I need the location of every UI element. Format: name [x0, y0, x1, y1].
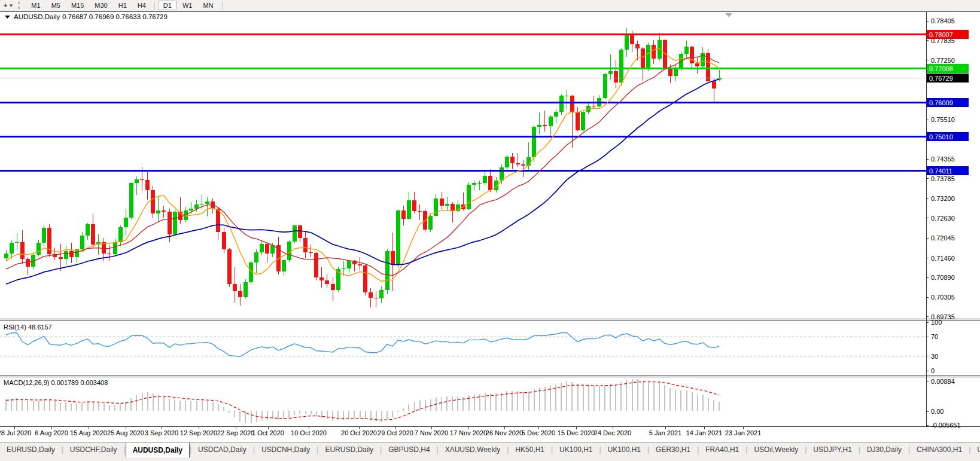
rsi-tick-label: 30 [931, 353, 938, 360]
macd-signal-line [6, 381, 719, 420]
price-badge-0.74011-label: 0.74011 [929, 167, 952, 175]
price-tick-label: 0.73200 [931, 195, 955, 202]
date-tick-label: 29 Oct 2020 [378, 429, 413, 436]
date-tick-label: 7 Nov 2020 [415, 429, 448, 436]
price-badge-0.77008-label: 0.77008 [929, 65, 953, 72]
tab-xauusd-weekly[interactable]: XAUUSD,Weekly [439, 443, 507, 457]
tab-audusd-daily[interactable]: AUDUSD,Daily [126, 442, 190, 457]
tab-usdjpy-h1[interactable]: USDJPY,H1 [806, 443, 858, 457]
macd-tick-label: -0.005651 [931, 422, 961, 429]
date-tick-label: 14 Jan 2021 [686, 429, 723, 436]
current-price-badge-label: 0.76729 [929, 75, 953, 82]
price-tick-label: 0.75510 [931, 116, 955, 123]
date-tick-label: 20 Oct 2020 [341, 429, 377, 436]
price-badge-0.76009-label: 0.76009 [929, 99, 953, 106]
date-tick-label: 24 Dec 2020 [594, 429, 631, 436]
toolbar-separator [154, 2, 155, 10]
toolbar-grip[interactable] [18, 2, 22, 9]
timeframe-button-h4[interactable]: H4 [133, 1, 151, 10]
tab-gbpusd-h4[interactable]: GBPUSD,H4 [382, 443, 436, 457]
price-badge-0.75010-label: 0.75010 [929, 133, 953, 141]
date-tick-label: 15 Aug 2020 [70, 429, 107, 436]
price-chart[interactable]: 0.784050.778350.772500.755100.743550.737… [0, 11, 980, 442]
macd-indicator-label: MACD(12,26,9) 0.001789 0.003408 [4, 379, 108, 386]
date-tick-label: 12 Sep 2020 [180, 429, 217, 436]
price-tick-label: 0.70890 [931, 274, 955, 281]
timeframe-button-h1[interactable]: H1 [114, 1, 132, 10]
date-tick-label: 15 Dec 2020 [558, 429, 595, 436]
chart-title: AUDUSD,Daily [14, 13, 60, 20]
price-tick-label: 0.71460 [931, 255, 955, 262]
macd-tick-label: 0.00 [931, 408, 944, 415]
chart-tab-bar: EURUSD,Daily|USDCHF,Daily|AUDUSD,Daily|U… [0, 442, 980, 461]
rsi-tick-label: 100 [931, 319, 942, 326]
tab-usoil-weekly[interactable]: USOil,Weekly [747, 443, 805, 457]
tab-ger30-h1[interactable]: GER30,H1 [649, 443, 697, 457]
tab-usdcnh-daily[interactable]: USDCNH,Daily [255, 443, 316, 457]
tab-china300-h1[interactable]: CHINA300,H1 [910, 443, 969, 457]
price-tick-label: 0.74355 [931, 155, 955, 163]
price-tick-label: 0.72630 [931, 215, 955, 222]
timeframe-button-m1[interactable]: M1 [26, 1, 45, 10]
timeframe-button-m5[interactable]: M5 [47, 1, 65, 10]
date-tick-label: 10 Oct 2020 [291, 429, 327, 436]
chart-ohlc-values: 0.76687 0.76969 0.76633 0.76729 [62, 13, 168, 20]
rsi-tick-label: 0 [931, 367, 935, 374]
tab-eurusd-daily[interactable]: EURUSD,Daily [0, 443, 62, 457]
toolbar: +▼ M1M5M15M30H1H4D1W1MN [0, 0, 980, 11]
tab-uk100-h1[interactable]: UK100,H1 [601, 443, 647, 457]
symbol-dropdown-icon[interactable] [5, 16, 10, 19]
timeframe-button-group: M1M5M15M30H1H4D1W1MN [26, 1, 225, 10]
date-tick-label: 28 Jul 2020 [0, 429, 31, 436]
date-tick-label: 5 Dec 2020 [522, 429, 555, 436]
price-badge-0.78007-label: 0.78007 [929, 31, 953, 38]
macd-histogram [6, 379, 719, 423]
timeframe-button-mn[interactable]: MN [198, 1, 218, 10]
timeframe-button-m15[interactable]: M15 [66, 1, 89, 10]
timeframe-button-w1[interactable]: W1 [178, 1, 197, 10]
date-tick-label: 3 Sep 2020 [145, 429, 178, 436]
timeframe-button-d1[interactable]: D1 [159, 1, 176, 10]
tab-fra40-h1[interactable]: FRA40,H1 [699, 443, 745, 457]
price-tick-label: 0.78405 [931, 17, 955, 25]
chart-cursor-icon[interactable]: + [0, 2, 8, 9]
date-tick-label: 25 Aug 2020 [107, 429, 144, 436]
rsi-indicator-label: RSI(14) 48.6157 [4, 323, 52, 331]
timeframe-button-m30[interactable]: M30 [90, 1, 112, 10]
tab-eurusd-daily[interactable]: EURUSD,Daily [318, 443, 380, 457]
price-tick-label: 0.77250 [931, 57, 955, 64]
tab-usdchf-daily[interactable]: USDCHF,Daily [63, 443, 124, 457]
tab-uk100-h1[interactable]: UK100,H1 [553, 443, 599, 457]
date-tick-label: 5 Jan 2021 [649, 429, 681, 436]
tab-hk50-h1[interactable]: HK50,H1 [509, 443, 551, 457]
date-tick-label: 26 Nov 2020 [486, 429, 523, 436]
candlestick-series [4, 28, 722, 308]
date-tick-label: 22 Sep 2020 [217, 429, 254, 436]
rsi-tick-label: 70 [931, 333, 938, 340]
date-tick-label: 17 Nov 2020 [450, 429, 487, 436]
tab-us[interactable]: US [970, 443, 980, 457]
price-tick-label: 0.72045 [931, 234, 955, 242]
toolbar-separator [222, 2, 223, 10]
macd-tick-label: 0.00884 [931, 378, 955, 385]
date-tick-label: 6 Aug 2020 [35, 429, 68, 436]
price-tick-label: 0.70305 [931, 294, 955, 301]
date-tick-label: 1 Oct 2020 [252, 429, 284, 436]
date-tick-label: 23 Jan 2021 [725, 429, 762, 436]
chart-area: 0.784050.778350.772500.755100.743550.737… [0, 11, 980, 442]
chart-shift-marker[interactable] [725, 13, 732, 17]
price-tick-label: 0.73785 [931, 175, 955, 182]
rsi-line [6, 333, 719, 357]
tab-usdcad-daily[interactable]: USDCAD,Daily [191, 443, 253, 457]
tab-dj30-daily[interactable]: DJ30,Daily [860, 443, 908, 457]
chevron-down-icon[interactable]: ▼ [8, 3, 16, 8]
